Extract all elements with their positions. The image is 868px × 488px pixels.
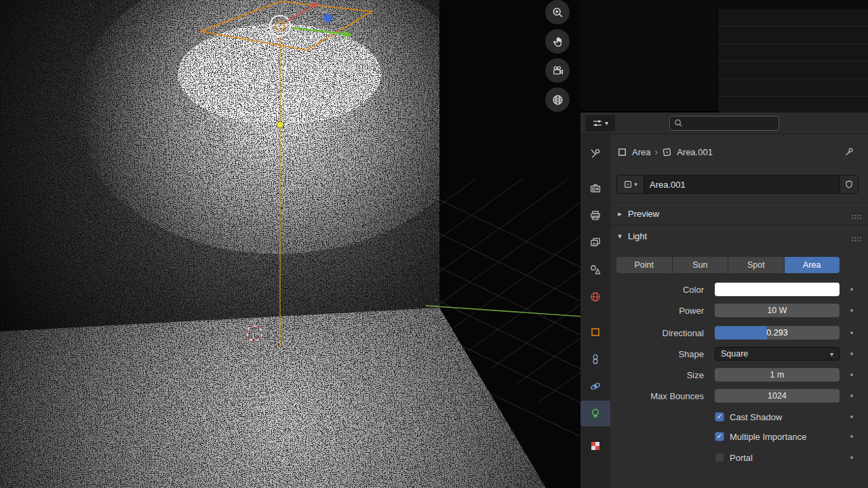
directional-row: Directional 0.293	[616, 325, 840, 340]
max-bounces-field[interactable]: 1024	[715, 389, 840, 403]
power-field[interactable]: 10 W	[715, 304, 840, 317]
keyframe-dot[interactable]	[850, 373, 853, 376]
cast-shadow-label: Cast Shadow	[730, 412, 782, 422]
check-icon: ✓	[717, 413, 722, 420]
keyframe-dot[interactable]	[850, 309, 853, 312]
light-type-sun[interactable]: Sun	[672, 257, 728, 273]
scene-icon	[589, 264, 601, 276]
preview-panel-header[interactable]: ▸ Preview	[610, 205, 868, 222]
check-icon: ✓	[717, 433, 722, 440]
props-tab-output[interactable]	[580, 203, 610, 228]
breadcrumb-data-label: Area.001	[677, 147, 713, 157]
keyframe-dot[interactable]	[850, 352, 853, 355]
props-tab-view-layer[interactable]	[580, 230, 610, 256]
datablock-type-button[interactable]: ▾	[617, 176, 644, 193]
shape-value: Square	[721, 349, 748, 359]
color-swatch[interactable]	[715, 283, 840, 296]
directional-label: Directional	[616, 328, 709, 338]
portal-checkbox[interactable]: ✓	[715, 453, 724, 462]
cast-shadow-row: ✓ Cast Shadow	[616, 409, 840, 424]
viewport-scene	[0, 0, 580, 488]
keyframe-dot[interactable]	[850, 456, 853, 459]
search-input[interactable]	[686, 119, 774, 128]
grip-dots-icon	[851, 237, 862, 242]
light-panel-label: Light	[628, 231, 647, 241]
keyframe-dot[interactable]	[850, 415, 853, 418]
light-settings: Color Power 10 W Directional 0.293	[610, 282, 868, 465]
3d-viewport[interactable]	[0, 0, 580, 488]
properties-tab-strip	[580, 134, 610, 488]
max-bounces-label: Max Bounces	[616, 391, 709, 401]
keyframe-dot[interactable]	[850, 288, 853, 291]
properties-content: Area › Area.001	[610, 134, 868, 488]
light-type-spot[interactable]: Spot	[728, 257, 784, 273]
zoom-button[interactable]	[545, 0, 570, 24]
outliner-panel[interactable]	[580, 0, 868, 113]
magnifier-plus-icon	[552, 7, 564, 18]
portal-label: Portal	[730, 453, 753, 463]
pin-button[interactable]	[844, 146, 854, 159]
multiple-importance-label: Multiple Importance	[730, 432, 806, 442]
cast-shadow-checkbox[interactable]: ✓	[715, 412, 724, 422]
properties-editor: ▾	[580, 113, 868, 488]
camera-view-button[interactable]	[545, 58, 570, 83]
props-tab-constraints[interactable]	[580, 346, 610, 372]
power-label: Power	[616, 306, 709, 316]
chevron-down-icon: ▾	[830, 350, 833, 358]
props-tab-texture[interactable]	[580, 433, 610, 459]
render-camera-icon	[589, 182, 601, 195]
editor-type-button[interactable]: ▾	[585, 115, 615, 131]
props-tab-scene[interactable]	[580, 257, 610, 283]
tool-icon	[589, 148, 601, 160]
object-orange-square-icon	[589, 326, 601, 338]
search-icon	[674, 119, 683, 127]
object-square-icon	[617, 147, 627, 157]
search-box[interactable]	[669, 116, 779, 131]
portal-row: ✓ Portal	[616, 450, 840, 465]
expanded-arrow-icon: ▾	[616, 232, 624, 241]
properties-header: ▾	[580, 113, 868, 134]
multiple-importance-checkbox[interactable]: ✓	[715, 432, 724, 441]
light-type-point[interactable]: Point	[616, 257, 672, 273]
light-type-area[interactable]: Area	[784, 257, 840, 273]
size-row: Size 1 m	[616, 367, 840, 382]
props-tab-physics[interactable]	[580, 373, 610, 399]
panel-separator	[610, 224, 868, 225]
view-toggle-button[interactable]	[545, 87, 570, 112]
breadcrumb-separator: ›	[654, 146, 658, 157]
panel-grip-handle[interactable]	[851, 234, 862, 244]
color-label: Color	[616, 285, 709, 295]
size-field[interactable]: 1 m	[715, 368, 840, 382]
datablock-row: ▾	[616, 175, 859, 194]
shape-label: Shape	[616, 349, 709, 359]
world-globe-icon	[589, 291, 601, 303]
keyframe-dot[interactable]	[850, 331, 853, 334]
fake-user-button[interactable]	[840, 176, 858, 193]
directional-slider[interactable]: 0.293	[715, 326, 840, 340]
keyframe-dot[interactable]	[850, 435, 853, 438]
max-bounces-row: Max Bounces 1024	[616, 388, 840, 403]
panel-grip-handle[interactable]	[851, 211, 862, 222]
datablock-name-input[interactable]	[644, 180, 840, 190]
directional-value: 0.293	[715, 326, 840, 340]
keyframe-dot[interactable]	[850, 394, 853, 397]
light-panel-header[interactable]: ▾ Light	[610, 228, 868, 245]
grid-sphere-icon	[552, 94, 564, 106]
props-tab-tool[interactable]	[580, 141, 610, 167]
props-tab-object-data[interactable]	[580, 401, 610, 426]
props-tab-render[interactable]	[580, 176, 610, 201]
props-tab-object[interactable]	[580, 319, 610, 345]
breadcrumb-object-label: Area	[632, 147, 650, 157]
hand-icon	[552, 36, 564, 47]
shape-dropdown[interactable]: Square ▾	[715, 347, 840, 361]
props-tab-world[interactable]	[580, 284, 610, 310]
light-data-icon	[662, 147, 672, 157]
view-layer-icon	[589, 237, 601, 249]
light-bulb-green-icon	[589, 407, 601, 420]
shape-row: Shape Square ▾	[616, 346, 840, 361]
pan-button[interactable]	[545, 29, 570, 54]
physics-orbit-icon	[589, 380, 601, 392]
preview-panel-label: Preview	[628, 209, 659, 219]
grip-dots-icon	[851, 214, 862, 220]
fake-user-shield-icon	[844, 180, 854, 189]
